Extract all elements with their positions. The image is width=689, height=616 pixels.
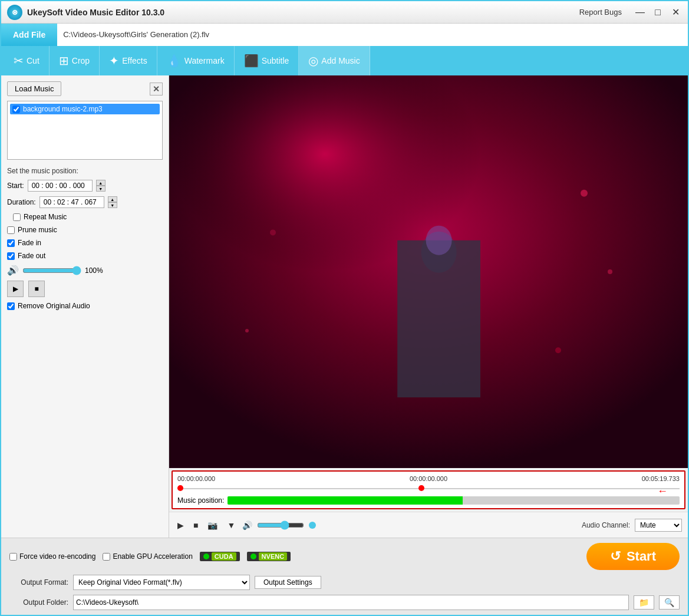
left-panel: Load Music ✕ background music-2.mp3 Set … — [1, 75, 169, 538]
remove-original-checkbox[interactable] — [7, 302, 15, 310]
output-settings-button[interactable]: Output Settings — [255, 576, 321, 589]
camera-down-button[interactable]: ▼ — [225, 519, 238, 531]
repeat-music-checkbox[interactable] — [13, 213, 21, 221]
music-item-checkbox[interactable] — [12, 106, 20, 113]
file-path-display: C:\Videos-Ukeysoft\Girls' Generation (2)… — [57, 24, 688, 46]
screenshot-button[interactable]: 📷 — [205, 519, 220, 531]
effects-label: Effects — [122, 56, 147, 65]
nvidia-icon — [203, 554, 209, 559]
fade-in-checkbox[interactable] — [7, 239, 15, 247]
add-music-tool[interactable]: ◎ Add Music — [299, 46, 370, 75]
force-reencoding-checkbox[interactable] — [9, 553, 17, 561]
music-position-label: Set the music position: — [7, 167, 163, 175]
start-button[interactable]: ↺ Start — [586, 543, 680, 570]
duration-down-button[interactable]: ▼ — [108, 202, 117, 208]
enable-gpu-label: Enable GPU Acceleration — [113, 552, 192, 561]
repeat-music-label: Repeat Music — [24, 213, 67, 221]
bottom-row1: Force video re-encoding Enable GPU Accel… — [9, 543, 680, 570]
prune-row: Prune music — [7, 226, 163, 234]
minimize-button[interactable]: — — [634, 6, 647, 19]
fade-out-checkbox[interactable] — [7, 252, 15, 260]
start-input[interactable] — [28, 180, 93, 192]
crop-label: Crop — [72, 56, 90, 65]
timeline-time-mid: 00:00:00.000 — [410, 475, 447, 482]
start-down-button[interactable]: ▼ — [96, 186, 106, 192]
audio-channel-select[interactable]: Mute Left Right Stereo — [635, 519, 682, 532]
cut-tool[interactable]: ✂ Cut — [4, 46, 50, 75]
music-position-row: Music position: — [177, 496, 680, 505]
music-list-item[interactable]: background music-2.mp3 — [10, 104, 160, 114]
player-stop-button[interactable]: ■ — [191, 519, 200, 531]
output-format-label: Output Format: — [9, 578, 68, 587]
remove-original-label: Remove Original Audio — [18, 302, 90, 310]
app-title: UkeySoft Video Music Editor 10.3.0 — [27, 8, 579, 17]
player-play-button[interactable]: ▶ — [175, 519, 186, 531]
stop-button[interactable]: ■ — [28, 281, 45, 297]
start-label: Start — [627, 549, 656, 564]
fade-out-row: Fade out — [7, 252, 163, 260]
search-button[interactable]: 🔍 — [659, 595, 680, 610]
music-position-label: Music position: — [177, 496, 224, 505]
enable-gpu-checkbox[interactable] — [103, 553, 110, 561]
output-format-select[interactable]: Keep Original Video Format(*.flv) — [73, 575, 250, 590]
nvenc-badge: NVENC — [259, 552, 288, 561]
cut-label: Cut — [27, 56, 39, 65]
fade-in-label: Fade in — [18, 239, 41, 247]
start-spinner: ▲ ▼ — [96, 180, 106, 192]
watermark-icon: 💧 — [167, 54, 182, 68]
video-preview — [169, 75, 688, 468]
timeline-marker-right[interactable] — [418, 485, 424, 491]
add-music-label: Add Music — [321, 56, 360, 65]
close-panel-button[interactable]: ✕ — [150, 83, 163, 95]
add-file-button[interactable]: Add File — [1, 24, 57, 46]
player-controls: ▶ ■ 📷 ▼ 🔊 Audio Channel: Mute Left Right… — [169, 512, 688, 538]
music-position-bar-bg — [228, 496, 680, 505]
duration-up-button[interactable]: ▲ — [108, 196, 117, 202]
duration-row: Duration: ▲ ▼ — [7, 196, 163, 208]
playback-row: ▶ ■ — [7, 281, 163, 297]
browse-folder-button[interactable]: 📁 — [634, 595, 654, 610]
volume-icon: 🔊 — [7, 265, 19, 276]
enable-gpu-row[interactable]: Enable GPU Acceleration — [103, 552, 192, 561]
report-bugs-link[interactable]: Report Bugs — [579, 8, 622, 17]
effects-tool[interactable]: ✦ Effects — [100, 46, 157, 75]
svg-point-4 — [555, 347, 561, 353]
prune-music-label: Prune music — [18, 226, 57, 234]
crop-icon: ⊞ — [59, 54, 69, 68]
play-button[interactable]: ▶ — [7, 281, 24, 297]
music-item-name: background music-2.mp3 — [23, 105, 103, 113]
duration-input[interactable] — [39, 196, 104, 208]
duration-spinner: ▲ ▼ — [108, 196, 117, 208]
svg-point-5 — [270, 229, 276, 235]
crop-tool[interactable]: ⊞ Crop — [50, 46, 100, 75]
timeline-line — [177, 488, 680, 489]
svg-rect-8 — [397, 241, 480, 397]
load-music-row: Load Music ✕ — [7, 81, 163, 96]
start-label: Start: — [7, 182, 24, 190]
load-music-button[interactable]: Load Music — [7, 81, 61, 96]
add-file-bar: Add File C:\Videos-Ukeysoft\Girls' Gener… — [1, 24, 688, 46]
cuda-badge: CUDA — [212, 552, 236, 561]
remove-original-row: Remove Original Audio — [7, 302, 163, 310]
timeline-arrow: ← — [657, 485, 668, 498]
start-up-button[interactable]: ▲ — [96, 180, 106, 186]
svg-point-2 — [581, 190, 588, 197]
player-volume-slider[interactable] — [257, 521, 304, 530]
timeline-marker-left[interactable] — [177, 485, 183, 491]
subtitle-tool[interactable]: ⬛ Subtitle — [235, 46, 299, 75]
svg-point-6 — [245, 329, 249, 332]
maximize-button[interactable]: □ — [651, 6, 664, 19]
output-folder-label: Output Folder: — [9, 598, 68, 607]
right-panel: 00:00:00.000 00:00:00.000 00:05:19.733 ←… — [169, 75, 688, 538]
force-reencoding-row[interactable]: Force video re-encoding — [9, 552, 95, 561]
start-icon: ↺ — [610, 549, 621, 564]
volume-row: 🔊 100% — [7, 265, 163, 276]
watermark-tool[interactable]: 💧 Watermark — [157, 46, 235, 75]
prune-music-checkbox[interactable] — [7, 226, 15, 234]
fade-in-row: Fade in — [7, 239, 163, 247]
output-folder-input[interactable] — [73, 595, 629, 610]
effects-icon: ✦ — [109, 54, 119, 68]
fade-out-label: Fade out — [18, 252, 45, 260]
close-button[interactable]: ✕ — [669, 6, 682, 19]
volume-slider[interactable] — [22, 266, 81, 275]
